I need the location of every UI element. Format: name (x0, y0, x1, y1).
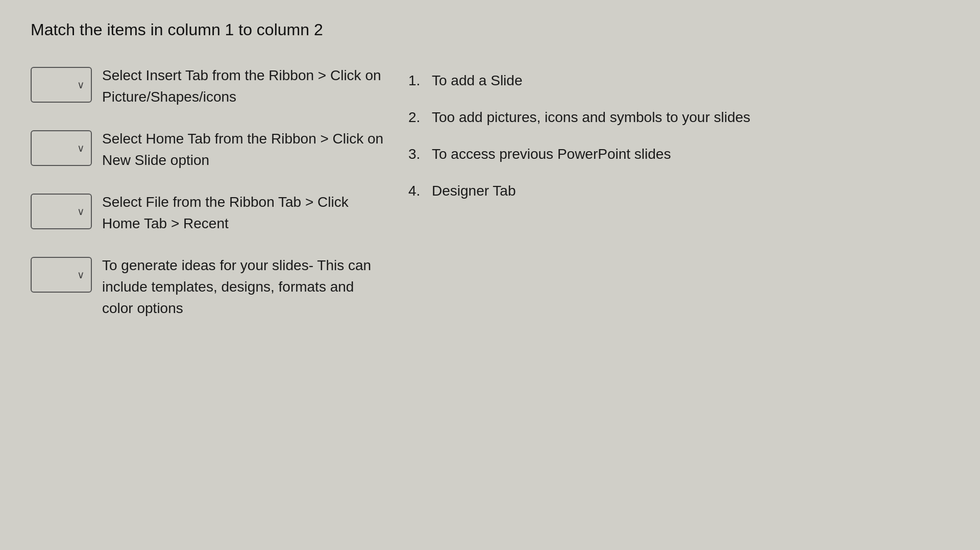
match-row-4: ∨ To generate ideas for your slides- Thi… (31, 255, 388, 319)
left-item-text-1: Select Insert Tab from the Ribbon > Clic… (102, 65, 388, 108)
right-number-2: 2. (408, 107, 424, 128)
chevron-down-icon-1: ∨ (77, 79, 85, 91)
chevron-down-icon-3: ∨ (77, 205, 85, 218)
right-item-3: 3. To access previous PowerPoint slides (408, 144, 949, 165)
left-column: ∨ Select Insert Tab from the Ribbon > Cl… (31, 65, 388, 334)
match-row-3: ∨ Select File from the Ribbon Tab > Clic… (31, 192, 388, 234)
page-title: Match the items in column 1 to column 2 (31, 20, 949, 39)
right-item-1: 1. To add a Slide (408, 70, 949, 91)
right-text-4: Designer Tab (432, 180, 949, 202)
right-text-1: To add a Slide (432, 70, 949, 91)
chevron-down-icon-2: ∨ (77, 142, 85, 154)
left-item-text-2: Select Home Tab from the Ribbon > Click … (102, 128, 388, 171)
match-row-1: ∨ Select Insert Tab from the Ribbon > Cl… (31, 65, 388, 108)
right-number-1: 1. (408, 70, 424, 91)
dropdown-1[interactable]: ∨ (31, 67, 92, 103)
dropdown-4[interactable]: ∨ (31, 257, 92, 293)
left-item-text-3: Select File from the Ribbon Tab > Click … (102, 192, 388, 234)
right-item-4: 4. Designer Tab (408, 180, 949, 202)
right-item-2: 2. Too add pictures, icons and symbols t… (408, 107, 949, 128)
left-item-text-4: To generate ideas for your slides- This … (102, 255, 388, 319)
right-text-2: Too add pictures, icons and symbols to y… (432, 107, 949, 128)
right-column: 1. To add a Slide 2. Too add pictures, i… (388, 65, 949, 202)
dropdown-3[interactable]: ∨ (31, 194, 92, 229)
right-number-4: 4. (408, 180, 424, 202)
right-text-3: To access previous PowerPoint slides (432, 144, 949, 165)
dropdown-2[interactable]: ∨ (31, 130, 92, 166)
right-number-3: 3. (408, 144, 424, 165)
match-row-2: ∨ Select Home Tab from the Ribbon > Clic… (31, 128, 388, 171)
chevron-down-icon-4: ∨ (77, 269, 85, 281)
